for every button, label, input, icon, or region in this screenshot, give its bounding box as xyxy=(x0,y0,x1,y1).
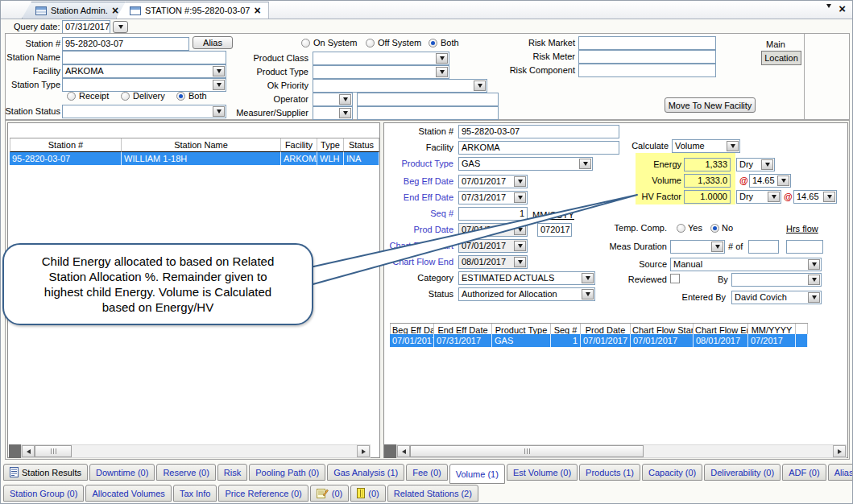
prod-mmyyyy-input[interactable]: 072017 xyxy=(537,223,572,237)
chevron-down-icon[interactable] xyxy=(514,241,526,251)
tab-gas-analysis[interactable]: Gas Analysis (1) xyxy=(327,464,404,481)
seq-input[interactable]: 1 xyxy=(458,207,528,221)
tab-station-admin[interactable]: Station Admin. × xyxy=(22,2,126,19)
cell-station-no[interactable]: 95-2820-03-07 xyxy=(10,152,122,165)
chevron-down-icon[interactable] xyxy=(339,108,351,118)
num-of-input[interactable] xyxy=(748,240,779,254)
chevron-down-icon[interactable] xyxy=(213,80,225,90)
volume-pressure-select[interactable]: 14.65 xyxy=(749,174,791,188)
operator-code-select[interactable] xyxy=(313,93,353,106)
chevron-down-icon[interactable] xyxy=(213,66,225,76)
cell-facility[interactable]: ARKOMA xyxy=(281,152,317,165)
scroll-thumb[interactable] xyxy=(410,445,644,457)
chart-flow-start-select[interactable]: 07/01/2017 xyxy=(458,239,528,253)
station-name-input[interactable] xyxy=(62,51,226,64)
receipt-radio[interactable] xyxy=(67,92,76,101)
close-window-icon[interactable]: × xyxy=(839,4,846,14)
on-system-radio[interactable] xyxy=(301,39,310,48)
volume-row-selected[interactable]: 07/01/2017 07/31/2017 GAS 1 07/01/2017 0… xyxy=(390,334,808,347)
measurer-name-input[interactable] xyxy=(357,106,499,120)
tab-est-volume[interactable]: Est Volume (0) xyxy=(507,464,578,481)
prod-date-select[interactable]: 07/01/2017 xyxy=(458,223,528,237)
facility-select[interactable]: ARKOMA xyxy=(62,64,226,78)
tab-station-detail[interactable]: STATION #:95-2820-03-07 × xyxy=(116,2,269,19)
close-icon[interactable]: × xyxy=(254,6,260,15)
cell-type[interactable]: WLH xyxy=(317,152,344,165)
cell-prod-date[interactable]: 07/01/2017 xyxy=(581,334,631,347)
end-eff-date-select[interactable]: 07/31/2017 xyxy=(458,191,528,204)
beg-eff-date-select[interactable]: 07/01/2017 xyxy=(458,175,528,188)
location-tab[interactable]: Location xyxy=(761,51,801,65)
tab-volume[interactable]: Volume (1) xyxy=(449,464,505,484)
volume-input[interactable]: 1,333.0 xyxy=(684,174,731,188)
chevron-down-icon[interactable] xyxy=(768,192,780,202)
meas-duration-select[interactable] xyxy=(670,240,725,254)
chevron-down-icon[interactable] xyxy=(823,192,835,202)
tab-list-dropdown-icon[interactable] xyxy=(826,8,831,18)
query-date-field[interactable]: 07/31/2017 xyxy=(62,20,110,34)
col-facility[interactable]: Facility xyxy=(281,138,317,152)
detail-product-type-select[interactable]: GAS xyxy=(458,157,593,171)
station-status-select[interactable] xyxy=(62,105,226,118)
detail-facility[interactable]: ARKOMA xyxy=(458,141,619,155)
col-status[interactable]: Status xyxy=(344,138,379,152)
cell-beg-eff[interactable]: 07/01/2017 xyxy=(390,334,434,347)
temp-comp-no-radio[interactable] xyxy=(710,224,719,233)
tab-capacity[interactable]: Capacity (0) xyxy=(642,464,702,481)
col-type[interactable]: Type xyxy=(317,138,344,152)
cell-chart-start[interactable]: 07/01/2017 xyxy=(631,334,694,347)
tab-risk[interactable]: Risk xyxy=(217,464,247,481)
category-select[interactable]: ESTIMATED ACTUALS xyxy=(458,271,595,285)
risk-meter-input[interactable] xyxy=(578,50,716,64)
chevron-down-icon[interactable] xyxy=(711,242,723,252)
station-no-input[interactable]: 95-2820-03-07 xyxy=(62,37,189,51)
chevron-down-icon[interactable] xyxy=(579,159,591,169)
detail-station-no[interactable]: 95-2820-03-07 xyxy=(458,125,619,138)
detail-hscrollbar[interactable] xyxy=(396,444,847,458)
scroll-right-icon[interactable] xyxy=(357,445,370,457)
status-select[interactable]: Authorized for Allocation xyxy=(458,287,595,301)
col-station-name[interactable]: Station Name xyxy=(122,138,281,152)
tab-downtime[interactable]: Downtime (0) xyxy=(89,464,155,481)
chevron-down-icon[interactable] xyxy=(474,81,486,91)
results-hscrollbar[interactable] xyxy=(21,444,371,458)
tab-notes[interactable]: (0) xyxy=(310,485,349,502)
cell-product-type[interactable]: GAS xyxy=(492,334,551,347)
chevron-down-icon[interactable] xyxy=(808,259,820,270)
tab-deliverability[interactable]: Deliverability (0) xyxy=(704,464,781,481)
chevron-down-icon[interactable] xyxy=(808,292,820,303)
chevron-down-icon[interactable] xyxy=(514,225,526,235)
risk-component-input[interactable] xyxy=(578,64,716,77)
chevron-down-icon[interactable] xyxy=(582,289,594,300)
tab-adf[interactable]: ADF (0) xyxy=(782,464,826,481)
cell-seq[interactable]: 1 xyxy=(551,334,581,347)
product-type-filter-select[interactable] xyxy=(313,65,449,79)
chevron-down-icon[interactable] xyxy=(514,192,526,203)
entered-by-select[interactable]: David Covich xyxy=(731,291,822,304)
chevron-down-icon[interactable] xyxy=(514,257,526,267)
product-class-select[interactable] xyxy=(313,52,449,65)
cell-station-name[interactable]: WILLIAM 1-18H xyxy=(122,152,281,165)
reviewed-checkbox[interactable] xyxy=(670,274,680,283)
chevron-down-icon[interactable] xyxy=(777,176,789,186)
energy-basis-select[interactable]: Dry xyxy=(736,158,775,171)
tab-related-stations[interactable]: Related Stations (2) xyxy=(387,485,478,502)
chevron-down-icon[interactable] xyxy=(339,94,351,105)
temp-comp-yes-radio[interactable] xyxy=(677,224,685,233)
station-type-select[interactable] xyxy=(62,78,226,92)
risk-market-input[interactable] xyxy=(578,36,716,50)
hrs-flow-input[interactable] xyxy=(786,240,823,254)
chevron-down-icon[interactable] xyxy=(808,275,820,285)
chevron-down-icon[interactable] xyxy=(436,53,448,64)
tab-reserve[interactable]: Reserve (0) xyxy=(156,464,215,481)
tab-price-reference[interactable]: Price Reference (0) xyxy=(218,485,308,502)
close-icon[interactable]: × xyxy=(112,6,118,15)
chevron-down-icon[interactable] xyxy=(761,159,773,170)
hv-factor-input[interactable]: 1.0000 xyxy=(684,190,731,204)
both-sys-radio[interactable] xyxy=(429,39,437,48)
cell-end-eff[interactable]: 07/31/2017 xyxy=(434,334,492,347)
hv-pressure-select[interactable]: 14.65 xyxy=(793,190,837,204)
chart-flow-end-select[interactable]: 08/01/2017 xyxy=(458,255,528,269)
scroll-left-icon[interactable] xyxy=(22,445,35,457)
cell-mmyyyy[interactable]: 07/2017 xyxy=(748,334,796,347)
